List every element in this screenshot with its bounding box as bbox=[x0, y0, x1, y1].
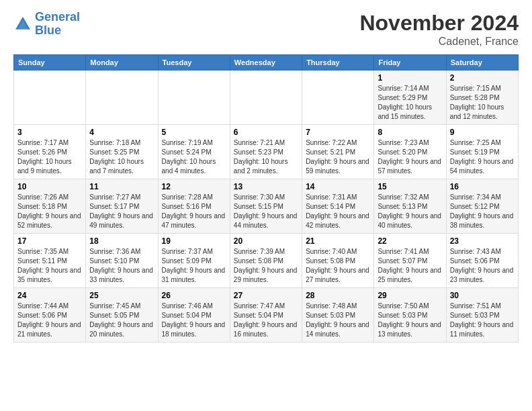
day-number: 21 bbox=[306, 236, 370, 246]
day-number: 6 bbox=[234, 128, 298, 137]
day-info: Sunrise: 7:36 AM Sunset: 5:10 PM Dayligh… bbox=[89, 247, 154, 285]
calendar-cell bbox=[86, 71, 158, 125]
header: General Blue November 2024 Cadenet, Fran… bbox=[13, 11, 519, 48]
calendar-cell: 22Sunrise: 7:41 AM Sunset: 5:07 PM Dayli… bbox=[374, 234, 446, 288]
day-info: Sunrise: 7:47 AM Sunset: 5:04 PM Dayligh… bbox=[234, 302, 298, 339]
day-number: 16 bbox=[450, 182, 515, 191]
day-number: 28 bbox=[306, 291, 370, 300]
calendar-cell: 7Sunrise: 7:22 AM Sunset: 5:21 PM Daylig… bbox=[302, 125, 374, 179]
location: Cadenet, France bbox=[359, 36, 519, 48]
day-info: Sunrise: 7:17 AM Sunset: 5:26 PM Dayligh… bbox=[17, 138, 82, 176]
calendar-cell: 13Sunrise: 7:30 AM Sunset: 5:15 PM Dayli… bbox=[230, 179, 302, 234]
calendar-cell: 16Sunrise: 7:34 AM Sunset: 5:12 PM Dayli… bbox=[446, 179, 518, 234]
day-info: Sunrise: 7:27 AM Sunset: 5:17 PM Dayligh… bbox=[89, 193, 154, 230]
day-number: 17 bbox=[17, 236, 82, 246]
day-number: 22 bbox=[378, 236, 442, 246]
calendar-cell: 23Sunrise: 7:43 AM Sunset: 5:06 PM Dayli… bbox=[446, 234, 518, 288]
day-number: 7 bbox=[306, 128, 370, 137]
calendar-header-row: SundayMondayTuesdayWednesdayThursdayFrid… bbox=[14, 55, 519, 71]
day-info: Sunrise: 7:14 AM Sunset: 5:29 PM Dayligh… bbox=[378, 84, 442, 122]
calendar-cell: 21Sunrise: 7:40 AM Sunset: 5:08 PM Dayli… bbox=[302, 234, 374, 288]
day-info: Sunrise: 7:30 AM Sunset: 5:15 PM Dayligh… bbox=[234, 193, 298, 230]
month-title: November 2024 bbox=[359, 11, 519, 36]
day-info: Sunrise: 7:34 AM Sunset: 5:12 PM Dayligh… bbox=[450, 193, 515, 230]
day-number: 19 bbox=[162, 236, 226, 246]
calendar-cell: 11Sunrise: 7:27 AM Sunset: 5:17 PM Dayli… bbox=[86, 179, 158, 234]
day-info: Sunrise: 7:48 AM Sunset: 5:03 PM Dayligh… bbox=[306, 302, 370, 339]
day-info: Sunrise: 7:19 AM Sunset: 5:24 PM Dayligh… bbox=[162, 138, 226, 176]
calendar-cell: 14Sunrise: 7:31 AM Sunset: 5:14 PM Dayli… bbox=[302, 179, 374, 234]
calendar-cell bbox=[230, 71, 302, 125]
day-info: Sunrise: 7:22 AM Sunset: 5:21 PM Dayligh… bbox=[306, 138, 370, 176]
day-info: Sunrise: 7:39 AM Sunset: 5:08 PM Dayligh… bbox=[234, 247, 298, 285]
day-number: 9 bbox=[450, 128, 515, 137]
calendar-cell: 20Sunrise: 7:39 AM Sunset: 5:08 PM Dayli… bbox=[230, 234, 302, 288]
calendar-cell: 9Sunrise: 7:25 AM Sunset: 5:19 PM Daylig… bbox=[446, 125, 518, 179]
calendar-week-row: 17Sunrise: 7:35 AM Sunset: 5:11 PM Dayli… bbox=[14, 234, 519, 288]
day-number: 24 bbox=[17, 291, 82, 300]
day-info: Sunrise: 7:21 AM Sunset: 5:23 PM Dayligh… bbox=[234, 138, 298, 176]
day-info: Sunrise: 7:41 AM Sunset: 5:07 PM Dayligh… bbox=[378, 247, 442, 285]
day-info: Sunrise: 7:40 AM Sunset: 5:08 PM Dayligh… bbox=[306, 247, 370, 285]
day-info: Sunrise: 7:35 AM Sunset: 5:11 PM Dayligh… bbox=[17, 247, 82, 285]
day-info: Sunrise: 7:44 AM Sunset: 5:06 PM Dayligh… bbox=[17, 302, 82, 339]
calendar-week-row: 24Sunrise: 7:44 AM Sunset: 5:06 PM Dayli… bbox=[14, 288, 519, 342]
calendar-cell: 15Sunrise: 7:32 AM Sunset: 5:13 PM Dayli… bbox=[374, 179, 446, 234]
calendar-cell: 6Sunrise: 7:21 AM Sunset: 5:23 PM Daylig… bbox=[230, 125, 302, 179]
day-number: 23 bbox=[450, 236, 515, 246]
logo-text: General Blue bbox=[35, 11, 80, 38]
title-block: November 2024 Cadenet, France bbox=[359, 11, 519, 48]
day-number: 14 bbox=[306, 182, 370, 191]
day-info: Sunrise: 7:51 AM Sunset: 5:03 PM Dayligh… bbox=[450, 302, 515, 339]
day-number: 30 bbox=[450, 291, 515, 300]
calendar-cell: 3Sunrise: 7:17 AM Sunset: 5:26 PM Daylig… bbox=[14, 125, 86, 179]
calendar-cell: 12Sunrise: 7:28 AM Sunset: 5:16 PM Dayli… bbox=[158, 179, 230, 234]
day-number: 2 bbox=[450, 73, 515, 83]
calendar-table: SundayMondayTuesdayWednesdayThursdayFrid… bbox=[13, 54, 519, 342]
day-info: Sunrise: 7:45 AM Sunset: 5:05 PM Dayligh… bbox=[89, 302, 154, 339]
day-info: Sunrise: 7:46 AM Sunset: 5:04 PM Dayligh… bbox=[162, 302, 226, 339]
calendar-cell: 19Sunrise: 7:37 AM Sunset: 5:09 PM Dayli… bbox=[158, 234, 230, 288]
day-info: Sunrise: 7:18 AM Sunset: 5:25 PM Dayligh… bbox=[89, 138, 154, 176]
day-info: Sunrise: 7:28 AM Sunset: 5:16 PM Dayligh… bbox=[162, 193, 226, 230]
day-number: 5 bbox=[162, 128, 226, 137]
calendar-day-header: Thursday bbox=[302, 55, 374, 71]
calendar-cell: 2Sunrise: 7:15 AM Sunset: 5:28 PM Daylig… bbox=[446, 71, 518, 125]
calendar-day-header: Tuesday bbox=[158, 55, 230, 71]
day-number: 13 bbox=[234, 182, 298, 191]
calendar-day-header: Saturday bbox=[446, 55, 518, 71]
calendar-cell: 1Sunrise: 7:14 AM Sunset: 5:29 PM Daylig… bbox=[374, 71, 446, 125]
day-number: 20 bbox=[234, 236, 298, 246]
day-info: Sunrise: 7:37 AM Sunset: 5:09 PM Dayligh… bbox=[162, 247, 226, 285]
calendar-cell: 27Sunrise: 7:47 AM Sunset: 5:04 PM Dayli… bbox=[230, 288, 302, 342]
calendar-cell bbox=[14, 71, 86, 125]
calendar-cell: 18Sunrise: 7:36 AM Sunset: 5:10 PM Dayli… bbox=[86, 234, 158, 288]
calendar-week-row: 3Sunrise: 7:17 AM Sunset: 5:26 PM Daylig… bbox=[14, 125, 519, 179]
calendar-day-header: Wednesday bbox=[230, 55, 302, 71]
day-number: 1 bbox=[378, 73, 442, 83]
day-number: 11 bbox=[89, 182, 154, 191]
day-number: 29 bbox=[378, 291, 442, 300]
calendar-day-header: Friday bbox=[374, 55, 446, 71]
logo: General Blue bbox=[13, 11, 80, 38]
calendar-day-header: Monday bbox=[86, 55, 158, 71]
calendar-cell: 26Sunrise: 7:46 AM Sunset: 5:04 PM Dayli… bbox=[158, 288, 230, 342]
day-number: 8 bbox=[378, 128, 442, 137]
day-info: Sunrise: 7:25 AM Sunset: 5:19 PM Dayligh… bbox=[450, 138, 515, 176]
calendar-cell bbox=[158, 71, 230, 125]
calendar-cell: 25Sunrise: 7:45 AM Sunset: 5:05 PM Dayli… bbox=[86, 288, 158, 342]
calendar-week-row: 10Sunrise: 7:26 AM Sunset: 5:18 PM Dayli… bbox=[14, 179, 519, 234]
day-info: Sunrise: 7:26 AM Sunset: 5:18 PM Dayligh… bbox=[17, 193, 82, 230]
day-info: Sunrise: 7:23 AM Sunset: 5:20 PM Dayligh… bbox=[378, 138, 442, 176]
calendar-cell: 4Sunrise: 7:18 AM Sunset: 5:25 PM Daylig… bbox=[86, 125, 158, 179]
day-number: 27 bbox=[234, 291, 298, 300]
day-info: Sunrise: 7:43 AM Sunset: 5:06 PM Dayligh… bbox=[450, 247, 515, 285]
logo-icon bbox=[13, 15, 32, 34]
calendar-cell: 10Sunrise: 7:26 AM Sunset: 5:18 PM Dayli… bbox=[14, 179, 86, 234]
calendar-cell: 17Sunrise: 7:35 AM Sunset: 5:11 PM Dayli… bbox=[14, 234, 86, 288]
calendar-cell: 24Sunrise: 7:44 AM Sunset: 5:06 PM Dayli… bbox=[14, 288, 86, 342]
calendar-cell bbox=[302, 71, 374, 125]
day-number: 26 bbox=[162, 291, 226, 300]
day-number: 10 bbox=[17, 182, 82, 191]
page: General Blue November 2024 Cadenet, Fran… bbox=[0, 0, 532, 349]
